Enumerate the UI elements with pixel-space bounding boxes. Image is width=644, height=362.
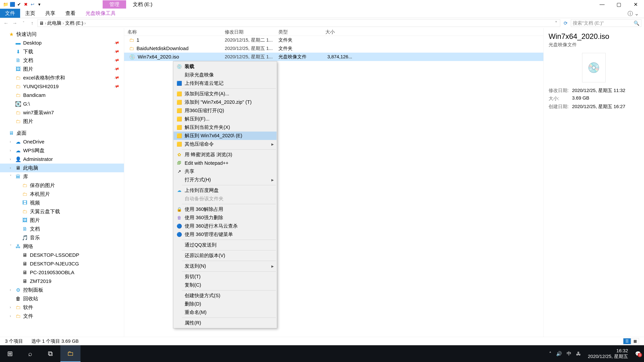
- maximize-button[interactable]: ▢: [610, 0, 627, 9]
- clock[interactable]: 16:32 2020/12/25, 星期五: [586, 348, 630, 359]
- tree-tianyi[interactable]: 🗀天翼云盘下载: [0, 207, 124, 216]
- ctx-baidu[interactable]: ☁上传到百度网盘: [174, 186, 276, 195]
- tree-pictures[interactable]: 🖼图片: [0, 65, 124, 73]
- breadcrumb-this-pc[interactable]: 此电脑: [47, 20, 62, 26]
- delete-icon[interactable]: ✖: [23, 2, 29, 7]
- ctx-notepad-pp[interactable]: 🗊Edit with Notepad++: [174, 159, 276, 167]
- tree-files[interactable]: ›🗀文件: [0, 312, 124, 321]
- ctx-copy[interactable]: 复制(C): [174, 281, 276, 289]
- ctx-extract-named[interactable]: 🟨解压到 Win7x64_2020\ (E): [174, 132, 276, 140]
- ctx-extract-to[interactable]: 🟨解压到(F)...: [174, 115, 276, 123]
- back-button[interactable]: ←: [3, 20, 10, 26]
- col-date[interactable]: 修改日期: [221, 29, 275, 35]
- tree-downloads[interactable]: ⬇下载: [0, 47, 124, 56]
- chevron-right-icon[interactable]: ›: [62, 20, 65, 26]
- tree-pics2[interactable]: 🗀图片: [0, 117, 124, 126]
- tree-saved-pics[interactable]: 🗀保存的图片: [0, 181, 124, 190]
- chevron-right-icon[interactable]: ›: [10, 305, 11, 310]
- search-button[interactable]: ⌕: [20, 345, 40, 362]
- close-button[interactable]: ✕: [627, 0, 644, 9]
- tree-control-panel[interactable]: ›⚙控制面板: [0, 286, 124, 294]
- tree-desktop[interactable]: ▬Desktop: [0, 38, 124, 47]
- ctx-delete[interactable]: 删除(D): [174, 300, 276, 308]
- tree-camera[interactable]: 🗀本机照片: [0, 190, 124, 198]
- icons-view-button[interactable]: ▦: [631, 338, 639, 344]
- task-view-button[interactable]: ⧉: [40, 345, 60, 362]
- tab-home[interactable]: 主页: [20, 9, 40, 18]
- tree-desktop-root[interactable]: 🖥桌面: [0, 129, 124, 137]
- tree-net-pc1[interactable]: 🖥DESKTOP-LSSOEDP: [0, 251, 124, 259]
- chevron-down-icon[interactable]: ˅: [10, 174, 12, 179]
- ctx-youdao[interactable]: 🟦上传到有道云笔记: [174, 79, 276, 87]
- chevron-right-icon[interactable]: ›: [10, 288, 11, 292]
- ctx-360-unlock[interactable]: 🔒使用 360解除占用: [174, 205, 276, 214]
- tree-net-pc3[interactable]: 🖥PC-20190530OBLA: [0, 268, 124, 277]
- table-row-selected[interactable]: 💿Win7x64_2020.iso 2020/12/25, 星期五 1... 光…: [124, 53, 544, 61]
- up-button[interactable]: ↑: [29, 20, 36, 26]
- breadcrumb[interactable]: 🖥 › 此电脑 › 文档 (E:) › ˅: [38, 19, 560, 27]
- table-row[interactable]: 🗀BaiduNetdiskDownload 2020/12/25, 星期五 1.…: [124, 44, 544, 53]
- network-icon[interactable]: 🖧: [576, 351, 581, 357]
- ctx-qq-send[interactable]: 通过QQ发送到: [174, 241, 276, 249]
- ctx-shortcut[interactable]: 创建快捷方式(S): [174, 292, 276, 300]
- refresh-button[interactable]: ⟳: [562, 20, 569, 26]
- col-type[interactable]: 类型: [275, 29, 322, 35]
- tree-docs2[interactable]: 🗎文档: [0, 225, 124, 233]
- tree-bandicam[interactable]: 🗀Bandicam: [0, 91, 124, 99]
- ctx-cut[interactable]: 剪切(T): [174, 273, 276, 281]
- details-view-button[interactable]: ☰: [623, 338, 631, 344]
- ctx-add-zip[interactable]: 🟨添加到 "Win7x64_2020.zip" (T): [174, 98, 276, 106]
- save-icon[interactable]: 🟦: [10, 2, 16, 7]
- ctx-add-archive[interactable]: 🟨添加到压缩文件(A)...: [174, 90, 276, 98]
- tree-wps[interactable]: ›☁WPS网盘: [0, 146, 124, 155]
- ime-indicator[interactable]: 中: [567, 351, 572, 357]
- ctx-properties[interactable]: 属性(R): [174, 319, 276, 327]
- chevron-right-icon[interactable]: ›: [83, 20, 87, 26]
- ctx-burn[interactable]: 刻录光盘映像: [174, 71, 276, 79]
- ctx-share[interactable]: ↗共享: [174, 167, 276, 176]
- tab-iso-tools[interactable]: 光盘映像工具: [80, 9, 121, 18]
- search-icon[interactable]: 🔍: [634, 20, 640, 26]
- chevron-right-icon[interactable]: ›: [10, 148, 11, 153]
- history-dropdown[interactable]: ˅: [20, 21, 27, 25]
- ctx-open-360[interactable]: 🟨用360压缩打开(Q): [174, 106, 276, 115]
- tree-yunqishi[interactable]: 🗀YUNQISHI2019: [0, 82, 124, 91]
- breadcrumb-drive[interactable]: 文档 (E:): [65, 20, 83, 26]
- tree-network[interactable]: ˅🖧网络: [0, 242, 124, 251]
- ctx-fengmi[interactable]: ✿用 蜂蜜浏览器 浏览(3): [174, 150, 276, 159]
- tree-excel[interactable]: 🗀excel表格制作求和: [0, 73, 124, 82]
- tray-chevron-icon[interactable]: ˄: [549, 351, 552, 357]
- undo-icon[interactable]: ↩: [30, 2, 36, 7]
- minimize-button[interactable]: —: [594, 0, 610, 9]
- tree-onedrive[interactable]: ›☁OneDrive: [0, 137, 124, 146]
- tree-net-pc4[interactable]: 🖥ZMT2019: [0, 277, 124, 286]
- tree-documents[interactable]: 🗎文档: [0, 56, 124, 65]
- address-dropdown-icon[interactable]: ˅: [554, 20, 559, 26]
- forward-button[interactable]: →: [12, 20, 18, 26]
- col-name[interactable]: 名称: [124, 29, 221, 35]
- ctx-360-menu[interactable]: 🔵使用 360管理右键菜单: [174, 230, 276, 239]
- tree-music[interactable]: 🎵音乐: [0, 233, 124, 242]
- properties-icon[interactable]: ✔: [16, 2, 22, 7]
- chevron-right-icon[interactable]: ›: [10, 314, 11, 318]
- tree-admin[interactable]: ›👤Administrator: [0, 155, 124, 164]
- volume-icon[interactable]: 🔊: [556, 351, 562, 357]
- tree-soft[interactable]: ›🗀软件: [0, 303, 124, 312]
- ribbon-expand-icon[interactable]: ⓘ ⌄: [622, 9, 644, 18]
- ctx-mount[interactable]: 💿装载: [174, 62, 276, 71]
- chevron-down-icon[interactable]: ˅: [10, 244, 12, 249]
- qat-dropdown-icon[interactable]: ▾: [36, 2, 42, 7]
- tab-view[interactable]: 查看: [60, 9, 80, 18]
- ctx-360-scan[interactable]: 🔵使用 360进行木马云查杀: [174, 222, 276, 230]
- chevron-right-icon[interactable]: ›: [44, 20, 47, 26]
- tree-g-drive[interactable]: 💽G:\: [0, 99, 124, 108]
- tree-pics3[interactable]: 🖼图片: [0, 216, 124, 225]
- tab-share[interactable]: 共享: [40, 9, 60, 18]
- tree-video[interactable]: 🎞视频: [0, 198, 124, 207]
- tree-this-pc[interactable]: ›🖥此电脑: [0, 164, 124, 172]
- ctx-360-delete[interactable]: 🗑使用 360强力删除: [174, 214, 276, 222]
- explorer-taskbar-button[interactable]: 🗀: [60, 345, 80, 362]
- tab-file[interactable]: 文件: [0, 9, 20, 18]
- ctx-extract-here[interactable]: 🟨解压到当前文件夹(X): [174, 123, 276, 132]
- tree-recycle[interactable]: 🗑回收站: [0, 294, 124, 303]
